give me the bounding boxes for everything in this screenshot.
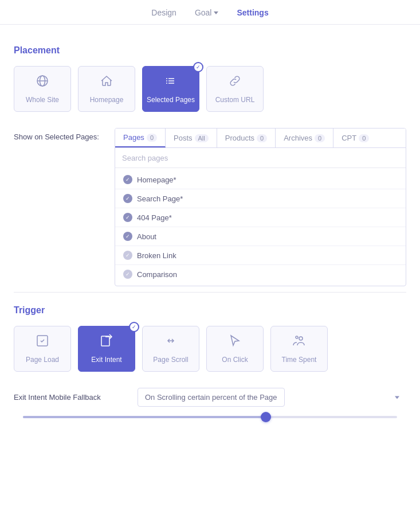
page-list: ✓ Homepage* ✓ Search Page* ✓ 404 Page* ✓… xyxy=(115,168,406,286)
tab-posts[interactable]: Posts All xyxy=(166,128,217,147)
list-item[interactable]: ✓ Search Page* xyxy=(115,189,406,208)
list-item[interactable]: ✓ Broken Link xyxy=(115,246,406,265)
check-circle-icon: ✓ xyxy=(123,232,132,241)
list-item[interactable]: ✓ About xyxy=(115,227,406,246)
nav-design[interactable]: Design xyxy=(151,8,176,17)
slider-fill xyxy=(23,416,266,418)
cpt-badge: 0 xyxy=(359,134,369,142)
chevron-down-icon xyxy=(214,11,218,14)
placement-card-selected-pages[interactable]: ✓ Selected Pages xyxy=(142,66,199,112)
exit-intent-label: Exit Intent xyxy=(91,356,121,364)
selected-pages-row: Show on Selected Pages: Pages 0 Posts Al… xyxy=(14,128,406,286)
page-scroll-label: Page Scroll xyxy=(153,356,188,364)
list-item[interactable]: ✓ Comparison xyxy=(115,265,406,283)
trigger-card-on-click[interactable]: On Click xyxy=(206,326,264,372)
homepage-label: Homepage xyxy=(90,96,124,104)
slider-wrap xyxy=(14,416,406,418)
selected-pages-label: Selected Pages xyxy=(147,96,195,104)
tab-cpt[interactable]: CPT 0 xyxy=(333,128,377,147)
trigger-section: Trigger Page Load ✓ xyxy=(14,305,406,418)
fallback-label: Exit Intent Mobile Fallback xyxy=(14,393,128,402)
tab-pages[interactable]: Pages 0 xyxy=(115,128,166,147)
pages-badge: 0 xyxy=(147,134,157,142)
check-circle-icon: ✓ xyxy=(123,270,132,279)
trigger-title: Trigger xyxy=(14,305,406,316)
nav-goal[interactable]: Goal xyxy=(195,8,219,17)
exit-icon xyxy=(100,334,113,351)
placement-card-whole-site[interactable]: Whole Site xyxy=(14,66,71,112)
cursor-icon xyxy=(228,334,242,351)
arrows-h-icon xyxy=(164,334,178,351)
placement-section: Placement Whole Site xyxy=(14,45,406,286)
check-circle-icon: ✓ xyxy=(123,213,132,222)
posts-badge: All xyxy=(195,134,209,142)
whole-site-label: Whole Site xyxy=(26,96,59,104)
page-load-label: Page Load xyxy=(26,356,59,364)
home-icon xyxy=(100,74,113,91)
svg-rect-10 xyxy=(101,336,109,346)
trigger-card-page-scroll[interactable]: Page Scroll xyxy=(142,326,199,372)
custom-url-label: Custom URL xyxy=(215,96,255,104)
link-icon xyxy=(228,74,242,91)
slider-thumb[interactable] xyxy=(261,412,271,422)
placement-card-custom-url[interactable]: Custom URL xyxy=(206,66,264,112)
check-square-icon xyxy=(36,334,49,351)
trigger-card-page-load[interactable]: Page Load xyxy=(14,326,71,372)
check-circle-icon: ✓ xyxy=(123,175,132,184)
trigger-card-exit-intent[interactable]: ✓ Exit Intent xyxy=(78,326,135,372)
fallback-select[interactable]: On Scrolling certain percent of the Page xyxy=(138,388,285,407)
selected-pages-check-badge: ✓ xyxy=(193,62,203,72)
svg-point-13 xyxy=(299,337,303,340)
tab-products[interactable]: Products 0 xyxy=(217,128,276,147)
clock-person-icon xyxy=(292,334,306,351)
check-circle-icon: ✓ xyxy=(123,194,132,203)
section-divider xyxy=(14,292,406,293)
archives-badge: 0 xyxy=(315,134,325,142)
placement-cards: Whole Site Homepage ✓ xyxy=(14,66,406,112)
placement-card-homepage[interactable]: Homepage xyxy=(78,66,135,112)
check-circle-icon: ✓ xyxy=(123,251,132,260)
exit-intent-check-badge: ✓ xyxy=(129,322,139,332)
svg-point-14 xyxy=(296,336,298,338)
globe-icon xyxy=(36,74,49,91)
search-input[interactable] xyxy=(122,154,399,162)
trigger-card-time-spent[interactable]: Time Spent xyxy=(270,326,328,372)
list-item[interactable]: ✓ 404 Page* xyxy=(115,208,406,227)
fallback-row: Exit Intent Mobile Fallback On Scrolling… xyxy=(14,388,406,407)
placement-title: Placement xyxy=(14,45,406,56)
main-content: Placement Whole Site xyxy=(0,25,420,432)
top-navigation: Design Goal Settings xyxy=(0,0,420,25)
list-icon xyxy=(164,74,178,91)
on-click-label: On Click xyxy=(222,356,248,364)
search-wrap xyxy=(115,148,406,168)
fallback-select-wrap: On Scrolling certain percent of the Page xyxy=(138,388,406,407)
tab-archives[interactable]: Archives 0 xyxy=(276,128,333,147)
selected-pages-row-label: Show on Selected Pages: xyxy=(14,128,105,141)
tabs-bar: Pages 0 Posts All Products 0 Archives 0 xyxy=(115,128,406,148)
nav-settings[interactable]: Settings xyxy=(237,8,268,17)
products-badge: 0 xyxy=(257,134,267,142)
list-item[interactable]: ✓ Homepage* xyxy=(115,170,406,189)
tabs-panel: Pages 0 Posts All Products 0 Archives 0 xyxy=(115,128,406,286)
slider-track xyxy=(23,416,397,418)
trigger-cards: Page Load ✓ Exit Intent xyxy=(14,326,406,372)
time-spent-label: Time Spent xyxy=(282,356,317,364)
